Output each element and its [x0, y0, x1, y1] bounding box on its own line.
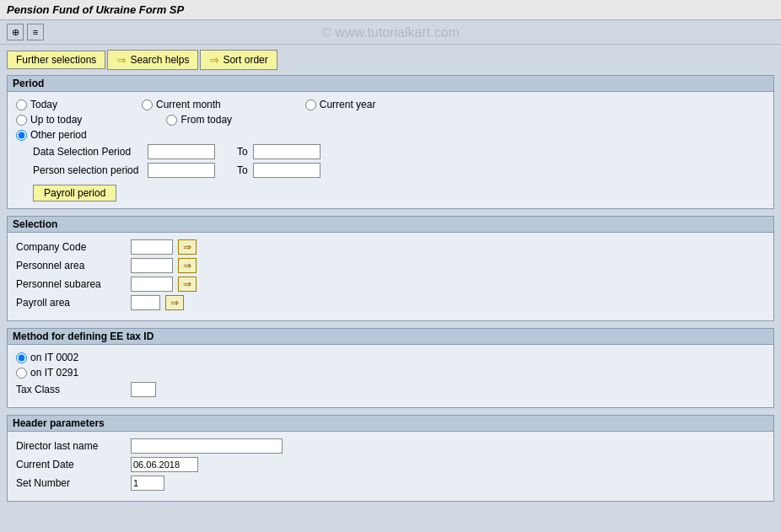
period-section: Period Today Current month Current year — [7, 75, 774, 209]
tab-sort-order[interactable]: ⇒ Sort order — [200, 50, 277, 70]
to-label-2: To — [237, 164, 248, 176]
data-selection-period-to[interactable] — [253, 144, 320, 159]
toolbar-nav-icon[interactable]: ⊕ — [7, 24, 24, 40]
selection-section: Selection Company Code ⇒ Personnel area … — [7, 216, 774, 321]
toolbar: ⊕ ≡ © www.tutorialkart.com — [0, 20, 781, 45]
company-code-input[interactable] — [131, 239, 173, 255]
director-last-name-input[interactable] — [131, 438, 283, 454]
personnel-area-input[interactable] — [131, 258, 173, 273]
search-helps-label: Search helps — [130, 54, 189, 66]
arrow-icon-sort: ⇒ — [209, 53, 219, 67]
radio-today[interactable]: Today — [16, 99, 57, 110]
radio-up-to-today[interactable]: Up to today — [16, 114, 82, 126]
person-selection-period-to[interactable] — [253, 163, 320, 178]
person-selection-period-label: Person selection period — [33, 164, 143, 176]
payroll-area-search-btn[interactable]: ⇒ — [165, 295, 184, 310]
radio-current-month[interactable]: Current month — [142, 99, 221, 110]
payroll-area-label: Payroll area — [16, 297, 126, 309]
personnel-area-label: Personnel area — [16, 260, 126, 271]
app-title: Pension Fund of Ukraine Form SP — [7, 3, 184, 16]
radio-from-today[interactable]: From today — [166, 114, 232, 126]
method-header: Method for defining EE tax ID — [8, 329, 773, 345]
payroll-period-button[interactable]: Payroll period — [33, 185, 116, 202]
personnel-subarea-label: Personnel subarea — [16, 278, 126, 290]
radio-on-it-0002[interactable]: on IT 0002 — [16, 352, 78, 363]
selection-header: Selection — [8, 217, 773, 233]
director-last-name-label: Director last name — [16, 440, 126, 452]
tax-class-input[interactable] — [131, 382, 156, 397]
arrow-icon-search: ⇒ — [116, 53, 127, 67]
title-bar: Pension Fund of Ukraine Form SP — [0, 0, 781, 20]
set-number-input[interactable] — [131, 476, 164, 491]
toolbar-list-icon[interactable]: ≡ — [27, 24, 44, 40]
current-date-input[interactable] — [131, 457, 198, 472]
radio-current-year[interactable]: Current year — [305, 99, 376, 110]
header-params-header: Header parameters — [8, 416, 773, 432]
period-header: Period — [8, 76, 773, 92]
tab-bar: Further selections ⇒ Search helps ⇒ Sort… — [0, 45, 781, 70]
personnel-area-search-btn[interactable]: ⇒ — [178, 258, 197, 273]
tab-search-helps[interactable]: ⇒ Search helps — [107, 50, 198, 70]
current-date-label: Current Date — [16, 459, 126, 470]
person-selection-period-from[interactable] — [148, 163, 215, 178]
company-code-label: Company Code — [16, 241, 126, 253]
data-selection-period-label: Data Selection Period — [33, 146, 143, 158]
method-section: Method for defining EE tax ID on IT 0002… — [7, 328, 774, 408]
header-params-section: Header parameters Director last name Cur… — [7, 415, 774, 502]
payroll-area-input[interactable] — [131, 295, 160, 310]
further-selections-label: Further selections — [16, 54, 96, 66]
tab-further-selections[interactable]: Further selections — [7, 51, 105, 69]
to-label-1: To — [237, 146, 248, 158]
radio-other-period[interactable]: Other period — [16, 129, 87, 141]
personnel-subarea-input[interactable] — [131, 277, 173, 292]
data-selection-period-from[interactable] — [148, 144, 215, 159]
sort-order-label: Sort order — [223, 54, 267, 66]
personnel-subarea-search-btn[interactable]: ⇒ — [178, 277, 197, 292]
tax-class-label: Tax Class — [16, 384, 126, 395]
watermark: © www.tutorialkart.com — [321, 25, 460, 40]
company-code-search-btn[interactable]: ⇒ — [178, 239, 197, 255]
set-number-label: Set Number — [16, 477, 126, 489]
radio-on-it-0291[interactable]: on IT 0291 — [16, 367, 78, 379]
